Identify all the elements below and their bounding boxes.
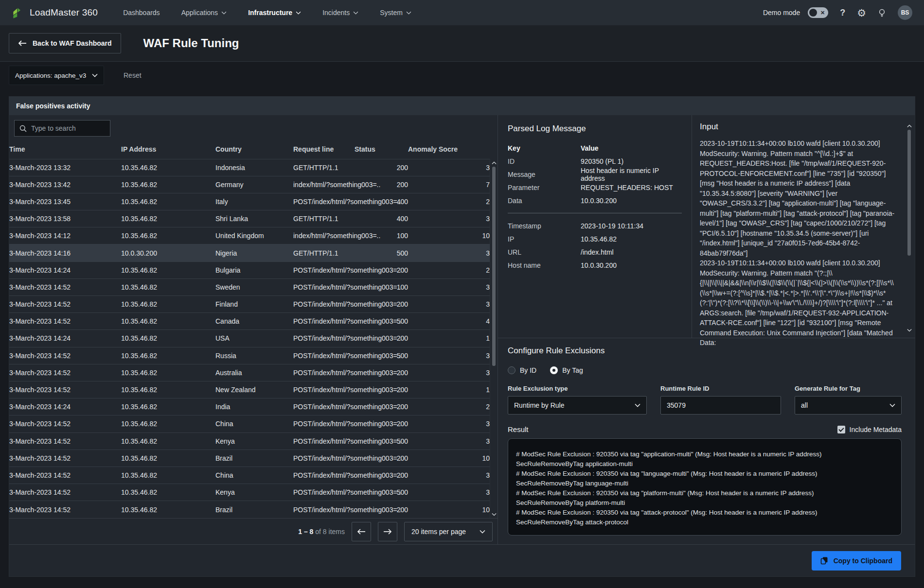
column-header-time[interactable]: Time [9,139,121,159]
cell-request: POST/index/html/?something003=.. [293,381,355,398]
column-header-ip[interactable]: IP Address [121,139,215,159]
table-row[interactable]: 3-March-2023 14:5210.35.46.82KenyaPOST/i… [9,484,490,501]
scrollbar-track[interactable] [490,167,498,510]
applications-select[interactable]: Applications: apache_v3 [9,66,104,85]
scrollbar-thumb[interactable] [492,167,496,366]
key-header: Key [508,144,581,152]
cell-ip: 10.35.46.82 [121,193,215,210]
table-row[interactable]: 3-March-2023 14:5210.35.46.82SwedenPOST/… [9,278,490,295]
nav-item-applications[interactable]: Applications [181,9,227,17]
parsed-log-value: 10.0.30.200 [581,197,617,205]
table-row[interactable]: 3-March-2023 14:5210.35.46.82BrazilPOST/… [9,450,490,467]
parsed-log-key: Data [508,197,581,205]
cell-anomaly: 2 [408,261,490,278]
table-row[interactable]: 3-March-2023 14:5210.35.46.82FinlandPOST… [9,296,490,313]
cell-time: 3-March-2023 14:52 [9,484,121,501]
table-row[interactable]: 3-March-2023 13:5810.35.46.82Shri LankaG… [9,210,490,227]
configure-rule-exclusions-section: Configure Rule Exclusions By ID By Tag [498,338,915,544]
chevron-down-icon [480,530,485,534]
back-to-waf-dashboard-button[interactable]: Back to WAF Dashboard [9,33,121,53]
demo-mode-toggle[interactable]: ✕ [808,7,828,18]
cell-country: USA [215,330,293,347]
scroll-down-icon[interactable] [490,510,498,518]
runtime-rule-id-field: Runtime Rule ID [660,385,781,415]
column-header-anomaly[interactable]: Anomaly Socre [408,139,490,159]
column-header-country[interactable]: Country [215,139,293,159]
false-positives-table: Time IP Address Country Request line Sta… [9,139,490,518]
cell-request: index/html/?something003=.. [293,227,355,244]
table-row[interactable]: 3-March-2023 13:4210.35.46.82Germanyinde… [9,176,490,193]
previous-page-button[interactable] [352,522,371,541]
cell-ip: 10.35.46.82 [121,330,215,347]
cell-time: 3-March-2023 14:16 [9,244,121,261]
arrow-left-icon [18,40,27,47]
scrollbar-thumb[interactable] [907,130,911,256]
nav-item-system[interactable]: System [380,9,411,17]
table-row[interactable]: 3-March-2023 14:5210.35.46.82New Zealand… [9,381,490,398]
include-metadata-checkbox[interactable]: Include Metadata [837,426,902,433]
card-title: False positives activity [9,97,915,115]
cell-ip: 10.35.46.82 [121,415,215,432]
table-row[interactable]: 3-March-2023 14:5210.35.46.82ChinaPOST/i… [9,415,490,432]
cell-request: POST/index/html/?something003=.. [293,330,355,347]
scrollbar-track[interactable] [906,130,913,326]
card-footer: Copy to Clipboard [9,544,915,576]
radio-by-id[interactable]: By ID [508,366,536,374]
cell-anomaly: 3 [408,347,490,364]
gear-icon[interactable]: ⚙ [857,8,866,18]
generate-rule-for-tag-select[interactable]: all [795,396,902,415]
cell-anomaly: 1 [408,381,490,398]
pagination-total: of 8 items [315,528,345,536]
cell-country: India [215,398,293,415]
table-row[interactable]: 3-March-2023 14:1610.0.30.200NigeriaGET/… [9,244,490,261]
reset-button[interactable]: Reset [124,71,142,79]
table-row[interactable]: 3-March-2023 14:5210.35.46.82ChinaPOST/i… [9,467,490,484]
table-row[interactable]: 3-March-2023 13:4510.35.46.82ItalyPOST/i… [9,193,490,210]
table-row[interactable]: 3-March-2023 14:5210.35.46.82CanadaPOST/… [9,313,490,330]
cell-request: POST/index/html/?something003=.. [293,261,355,278]
parsed-log-value: REQUEST_HEADERS: HOST [581,184,673,191]
nav-item-incidents[interactable]: Incidents [322,9,358,17]
next-page-button[interactable] [378,522,397,541]
cell-anomaly: 3 [408,484,490,501]
table-row[interactable]: 3-March-2023 14:1210.35.46.82United King… [9,227,490,244]
table-row[interactable]: 3-March-2023 14:2410.35.46.82BulgariaPOS… [9,261,490,278]
false-positives-card: False positives activity [9,96,915,577]
cell-time: 3-March-2023 14:52 [9,432,121,450]
lightbulb-icon[interactable] [878,8,886,17]
scroll-down-icon[interactable] [906,326,913,334]
parsed-log-value: 10.35.46.82 [581,235,617,243]
false-positives-table-section: Time IP Address Country Request line Sta… [9,115,498,544]
rule-exclusion-type-select[interactable]: Runtime by Rule [508,396,647,415]
pagination-range: 1 – 8 of 8 items [298,528,345,536]
search-input[interactable] [31,124,119,132]
column-header-status[interactable]: Status [355,139,408,159]
brand[interactable]: LoadMaster 360 [12,6,98,19]
scroll-up-icon[interactable] [906,122,913,130]
avatar[interactable]: BS [898,5,912,20]
table-row[interactable]: 3-March-2023 14:2410.35.46.82IndiaPOST/i… [9,398,490,415]
cell-time: 3-March-2023 13:45 [9,193,121,210]
table-row[interactable]: 3-March-2023 14:2410.35.46.82USAPOST/ind… [9,330,490,347]
table-row[interactable]: 3-March-2023 13:3210.35.46.82IndonesiaGE… [9,159,490,176]
items-per-page-select[interactable]: 20 items per page [404,522,493,541]
table-row[interactable]: 3-March-2023 14:5210.35.46.82RussiaPOST/… [9,347,490,364]
scroll-up-icon[interactable] [490,159,498,167]
help-icon[interactable]: ? [840,8,845,17]
cell-country: Nigeria [215,244,293,261]
table-row[interactable]: 3-March-2023 14:5210.35.46.82KenyaPOST/i… [9,432,490,450]
table-row[interactable]: 3-March-2023 14:5210.35.46.82BrazilPOST/… [9,501,490,518]
column-header-request[interactable]: Request line [293,139,355,159]
copy-to-clipboard-button[interactable]: Copy to Clipboard [812,551,901,571]
cell-ip: 10.35.46.82 [121,364,215,381]
radio-by-tag[interactable]: By Tag [550,366,583,374]
cell-anomaly: 10 [408,227,490,244]
nav-item-infrastructure[interactable]: Infrastructure [248,9,301,17]
nav-item-dashboards[interactable]: Dashboards [123,9,160,17]
include-metadata-label: Include Metadata [850,426,902,433]
runtime-rule-id-input[interactable] [667,401,775,409]
cell-time: 3-March-2023 13:58 [9,210,121,227]
cell-ip: 10.35.46.82 [121,278,215,295]
table-row[interactable]: 3-March-2023 14:5210.35.46.82AustraliaPO… [9,364,490,381]
applications-select-value: Applications: apache_v3 [15,72,86,79]
